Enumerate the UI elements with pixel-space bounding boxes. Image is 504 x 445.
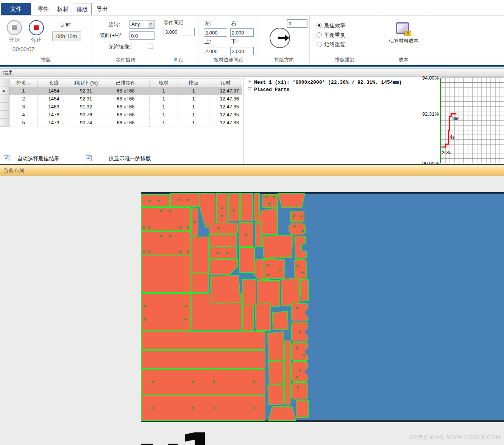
margin-top-input[interactable] — [204, 47, 227, 55]
nested-part[interactable] — [254, 193, 259, 221]
stop-button-label: 停止 — [25, 37, 48, 44]
nested-part[interactable] — [296, 400, 309, 418]
nested-part[interactable] — [209, 223, 237, 234]
nested-part[interactable] — [255, 222, 261, 246]
nested-part[interactable] — [272, 311, 288, 330]
table-row[interactable]: 5147990.7468 of 681112:47:33 — [0, 119, 242, 127]
nested-part[interactable] — [281, 278, 300, 306]
nested-part[interactable] — [263, 260, 285, 279]
auto-select-checkbox[interactable] — [4, 155, 9, 161]
chevron-down-icon[interactable] — [148, 20, 154, 28]
direction-angle-input[interactable] — [287, 19, 307, 28]
nested-part[interactable] — [292, 382, 308, 399]
column-header[interactable]: 板材 — [150, 79, 178, 87]
tilt-input[interactable] — [130, 31, 154, 40]
nested-part[interactable] — [170, 194, 199, 207]
nested-part[interactable] — [141, 256, 190, 293]
expand-plus-icon[interactable] — [248, 87, 252, 91]
margin-left-input[interactable] — [204, 28, 227, 37]
nested-part[interactable] — [268, 384, 283, 405]
nested-part[interactable] — [190, 273, 208, 293]
nested-part[interactable] — [257, 280, 280, 306]
rotation-combo[interactable]: Any — [130, 20, 154, 29]
expand-plus-icon[interactable] — [248, 80, 252, 84]
nest-plate[interactable] — [141, 192, 504, 422]
nested-part[interactable] — [142, 369, 265, 395]
row-selector[interactable] — [0, 111, 9, 119]
nested-part[interactable] — [228, 194, 239, 221]
row-selector[interactable]: ▶ — [0, 87, 9, 95]
nested-part[interactable] — [262, 235, 293, 259]
nested-part[interactable] — [294, 260, 306, 279]
radio-best-efficiency[interactable] — [317, 23, 322, 28]
part-spacing-input[interactable] — [164, 28, 195, 36]
column-header[interactable]: 利用率 (%) — [70, 79, 102, 87]
tab-parts[interactable]: 零件 — [33, 3, 53, 15]
column-header[interactable]: 长度 — [38, 79, 70, 87]
nested-part[interactable] — [142, 350, 265, 368]
nested-part[interactable] — [240, 194, 253, 221]
nested-part[interactable] — [210, 247, 237, 259]
radio-balanced-repeat[interactable] — [317, 32, 322, 38]
table-cell: 1454 — [38, 87, 70, 95]
group-direction: 排版方向 — [259, 16, 310, 65]
table-cell: 12:47:36 — [209, 95, 242, 103]
nested-part[interactable] — [240, 248, 254, 273]
nested-part[interactable] — [268, 406, 296, 420]
column-header[interactable]: 排名▲ — [9, 79, 38, 87]
nested-part[interactable] — [284, 340, 291, 405]
group-label-spacing: 间距 — [159, 56, 198, 63]
time-limit-button[interactable]: 00h:10m — [52, 31, 81, 41]
radio-always-repeat[interactable] — [317, 42, 322, 47]
column-header[interactable]: 排版 — [178, 79, 209, 87]
nested-part[interactable] — [217, 194, 227, 225]
ribbon-tab-bar: 文件 零件 板材 排版 导出 — [0, 0, 504, 15]
nested-part[interactable] — [142, 396, 265, 420]
column-header[interactable]: 已排零件 — [102, 79, 150, 87]
nested-part[interactable] — [300, 279, 309, 301]
nested-part[interactable] — [210, 235, 237, 246]
table-row[interactable]: 3146991.3268 of 681112:47:35 — [0, 103, 242, 111]
table-row[interactable]: 4147890.7668 of 681112:47:35 — [0, 111, 242, 119]
start-button-label: 开始 — [3, 37, 26, 44]
column-header[interactable]: 用时 — [209, 79, 242, 87]
table-header-row: 排名▲长度利用率 (%)已排零件板材排版用时 — [0, 78, 242, 87]
row-selector[interactable] — [0, 95, 9, 103]
tab-nesting-active[interactable]: 排版 — [73, 3, 92, 15]
tab-export[interactable]: 导出 — [92, 3, 112, 15]
nested-part[interactable] — [141, 194, 170, 207]
tab-file[interactable]: 文件 — [1, 3, 31, 15]
table-row[interactable]: ▶1145492.3168 of 681112:47:37 — [0, 87, 242, 95]
tree-item[interactable]: Placed Parts — [248, 87, 418, 94]
group-label-rotation: 零件旋转 — [92, 56, 159, 63]
nested-part[interactable] — [268, 332, 283, 361]
nested-part[interactable] — [242, 279, 256, 306]
mirror-checkbox[interactable] — [148, 44, 153, 49]
nested-part[interactable] — [263, 194, 278, 208]
direction-dial[interactable] — [270, 28, 290, 48]
timed-checkbox[interactable] — [54, 22, 59, 27]
table-cell: 68 of 68 — [102, 111, 150, 119]
nested-part[interactable] — [210, 275, 240, 304]
nested-part[interactable] — [255, 303, 271, 331]
row-selector[interactable] — [0, 103, 9, 111]
tab-sheets[interactable]: 板材 — [53, 3, 73, 15]
margin-bottom-input[interactable] — [230, 47, 254, 55]
tree-item[interactable]: Nest 1 (x1): ’6000x2000’ (22.36% / 92.31… — [248, 80, 418, 87]
nested-part[interactable] — [268, 361, 283, 384]
margin-right-input[interactable] — [230, 28, 254, 37]
table-cell: 1 — [150, 95, 178, 103]
nested-part[interactable] — [142, 332, 265, 349]
nested-part[interactable] — [141, 293, 191, 331]
stop-button[interactable] — [29, 20, 44, 35]
plate-gap — [305, 348, 312, 355]
nested-part[interactable] — [190, 237, 208, 272]
nested-part[interactable] — [278, 194, 305, 208]
table-row[interactable]: 2145492.3168 of 681112:47:36 — [0, 95, 242, 103]
nested-part[interactable] — [289, 223, 306, 235]
row-selector[interactable] — [0, 119, 9, 127]
start-button[interactable] — [7, 20, 22, 35]
estimate-cost-button[interactable]: $ 估算材料成本 — [385, 19, 423, 61]
layout-canvas[interactable]: N 1 UG爱好者论坛 WWW.UGSNX.COM — [0, 175, 504, 445]
unique-only-checkbox[interactable] — [86, 155, 92, 161]
